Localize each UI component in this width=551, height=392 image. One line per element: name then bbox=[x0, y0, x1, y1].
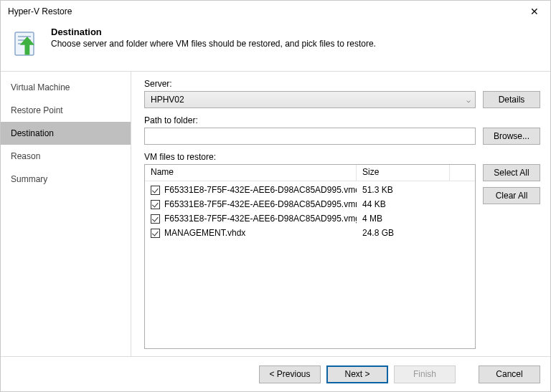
chevron-down-icon: ⌵ bbox=[466, 96, 471, 104]
finish-button: Finish bbox=[394, 365, 456, 383]
sidebar-item-virtual-machine[interactable]: Virtual Machine bbox=[1, 76, 131, 99]
wizard-footer: < Previous Next > Finish Cancel bbox=[1, 356, 550, 391]
clear-all-button[interactable]: Clear All bbox=[483, 187, 540, 204]
titlebar: Hyper-V Restore ✕ bbox=[1, 1, 550, 22]
restore-icon bbox=[11, 29, 42, 61]
next-button[interactable]: Next > bbox=[326, 365, 388, 383]
sidebar-item-destination[interactable]: Destination bbox=[1, 122, 131, 145]
page-title: Destination bbox=[51, 27, 376, 37]
table-header: Name Size bbox=[145, 165, 475, 181]
wizard-steps-sidebar: Virtual Machine Restore Point Destinatio… bbox=[1, 72, 131, 356]
wizard-main-panel: Server: HPHV02 ⌵ Details Path to folder:… bbox=[131, 72, 550, 356]
file-name: MANAGEMENT.vhdx bbox=[164, 228, 245, 238]
file-size: 24.8 GB bbox=[357, 228, 450, 238]
cancel-button[interactable]: Cancel bbox=[479, 365, 540, 383]
checkbox-icon[interactable] bbox=[151, 186, 160, 195]
table-row[interactable]: F65331E8-7F5F-432E-AEE6-D98AC85AD995.vmg… bbox=[145, 211, 475, 226]
wizard-body: Virtual Machine Restore Point Destinatio… bbox=[1, 71, 550, 356]
file-size: 44 KB bbox=[357, 199, 450, 209]
vm-files-table: Name Size F65331E8-7F5F-432E-AEE6-D98AC8… bbox=[144, 164, 476, 349]
window-title: Hyper-V Restore bbox=[8, 6, 72, 16]
close-button[interactable]: ✕ bbox=[518, 1, 550, 22]
close-icon: ✕ bbox=[530, 6, 539, 17]
checkbox-icon[interactable] bbox=[151, 200, 160, 209]
table-side-buttons: Select All Clear All bbox=[483, 164, 540, 349]
select-all-button[interactable]: Select All bbox=[483, 164, 540, 181]
previous-button[interactable]: < Previous bbox=[259, 365, 321, 383]
path-label: Path to folder: bbox=[144, 115, 540, 125]
browse-button[interactable]: Browse... bbox=[483, 128, 540, 145]
file-name: F65331E8-7F5F-432E-AEE6-D98AC85AD995.vmr… bbox=[164, 199, 357, 209]
sidebar-item-summary[interactable]: Summary bbox=[1, 168, 131, 191]
sidebar-item-reason[interactable]: Reason bbox=[1, 145, 131, 168]
page-subtitle: Choose server and folder where VM files … bbox=[51, 39, 376, 49]
file-name: F65331E8-7F5F-432E-AEE6-D98AC85AD995.vmg… bbox=[164, 214, 357, 224]
server-dropdown-value: HPHV02 bbox=[151, 95, 184, 105]
path-input[interactable] bbox=[144, 128, 476, 145]
files-label: VM files to restore: bbox=[144, 152, 540, 162]
column-header-size[interactable]: Size bbox=[357, 165, 450, 181]
file-size: 51.3 KB bbox=[357, 185, 450, 195]
file-size: 4 MB bbox=[357, 214, 450, 224]
server-label: Server: bbox=[144, 79, 540, 89]
table-row[interactable]: F65331E8-7F5F-432E-AEE6-D98AC85AD995.vmc… bbox=[145, 183, 475, 197]
column-header-name[interactable]: Name bbox=[145, 165, 357, 181]
table-row[interactable]: MANAGEMENT.vhdx 24.8 GB bbox=[145, 226, 475, 240]
checkbox-icon[interactable] bbox=[151, 229, 160, 238]
server-dropdown[interactable]: HPHV02 ⌵ bbox=[144, 91, 476, 108]
checkbox-icon[interactable] bbox=[151, 214, 160, 224]
wizard-header: Destination Choose server and folder whe… bbox=[1, 22, 550, 71]
file-name: F65331E8-7F5F-432E-AEE6-D98AC85AD995.vmc… bbox=[164, 185, 357, 195]
dialog-window: Hyper-V Restore ✕ Destination Choose ser… bbox=[0, 0, 551, 392]
wizard-header-text: Destination Choose server and folder whe… bbox=[51, 27, 376, 49]
table-body: F65331E8-7F5F-432E-AEE6-D98AC85AD995.vmc… bbox=[145, 181, 475, 348]
sidebar-item-restore-point[interactable]: Restore Point bbox=[1, 99, 131, 122]
table-row[interactable]: F65331E8-7F5F-432E-AEE6-D98AC85AD995.vmr… bbox=[145, 197, 475, 211]
details-button[interactable]: Details bbox=[483, 91, 540, 108]
